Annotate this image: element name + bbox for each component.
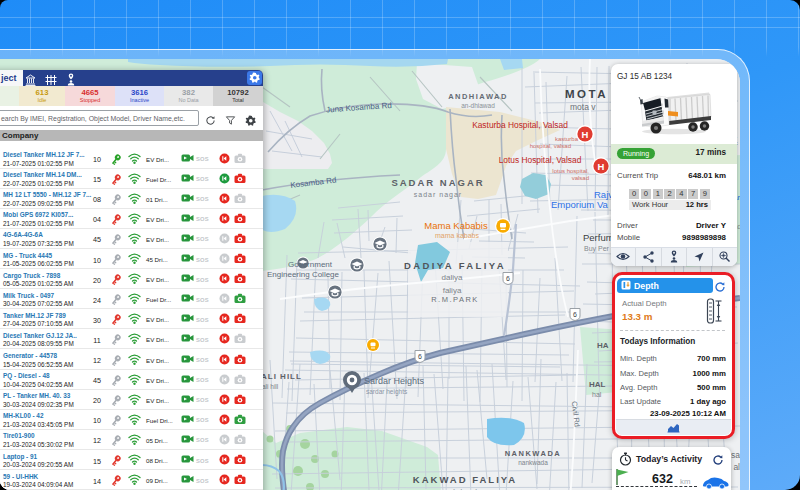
svg-text:H: H bbox=[598, 161, 605, 172]
svg-text:H: H bbox=[582, 129, 589, 140]
svg-text:hal: hal bbox=[592, 391, 602, 398]
svg-text:6: 6 bbox=[506, 275, 510, 282]
svg-text:kasturba: kasturba bbox=[555, 136, 579, 142]
svg-text:daliya: daliya bbox=[442, 273, 463, 282]
svg-text:Emporium Va: Emporium Va bbox=[551, 199, 609, 210]
svg-text:HA: HA bbox=[597, 341, 609, 350]
svg-text:Mama Kababis: Mama Kababis bbox=[424, 220, 488, 231]
svg-text:Perfum: Perfum bbox=[583, 232, 614, 243]
svg-text:nankwada: nankwada bbox=[518, 459, 548, 466]
svg-text:KAKWAD FALIYA: KAKWAD FALIYA bbox=[413, 474, 517, 485]
svg-text:Kasturba Hospital, Valsad: Kasturba Hospital, Valsad bbox=[472, 120, 568, 130]
svg-text:Engineering College: Engineering College bbox=[267, 270, 340, 279]
svg-text:Sardar Heights: Sardar Heights bbox=[364, 376, 425, 386]
svg-text:lotus hospital,: lotus hospital, bbox=[552, 168, 589, 174]
svg-text:NANKWADA: NANKWADA bbox=[505, 449, 562, 458]
svg-text:mota v: mota v bbox=[570, 102, 596, 112]
svg-text:ALI HILL: ALI HILL bbox=[261, 372, 302, 381]
svg-text:an-dhiawad: an-dhiawad bbox=[461, 102, 495, 109]
svg-text:Lotus Hospital, Valsad: Lotus Hospital, Valsad bbox=[499, 155, 582, 165]
svg-text:Government: Government bbox=[288, 260, 333, 269]
svg-text:6: 6 bbox=[573, 311, 577, 318]
svg-text:Buy Per: Buy Per bbox=[584, 245, 610, 253]
svg-text:sadar nagar: sadar nagar bbox=[414, 191, 462, 199]
svg-text:R.M.PARK: R.M.PARK bbox=[431, 295, 479, 304]
svg-text:HAL: HAL bbox=[589, 380, 606, 389]
svg-text:mama kababs: mama kababs bbox=[435, 232, 479, 239]
svg-text:sa: sa bbox=[731, 450, 740, 460]
svg-text:hospital, valsad: hospital, valsad bbox=[530, 143, 571, 149]
svg-text:6: 6 bbox=[418, 353, 422, 360]
svg-text:valsad: valsad bbox=[572, 175, 589, 181]
svg-text:faliya: faliya bbox=[443, 286, 462, 295]
svg-text:SADAR NAGAR: SADAR NAGAR bbox=[391, 177, 484, 188]
svg-text:sardar heights: sardar heights bbox=[366, 388, 408, 396]
svg-text:DADIYA FALIYA: DADIYA FALIYA bbox=[404, 260, 506, 271]
svg-text:ali hill: ali hill bbox=[262, 383, 279, 390]
svg-text:ANDHIAWAD: ANDHIAWAD bbox=[448, 92, 508, 101]
svg-text:al: al bbox=[733, 462, 740, 472]
